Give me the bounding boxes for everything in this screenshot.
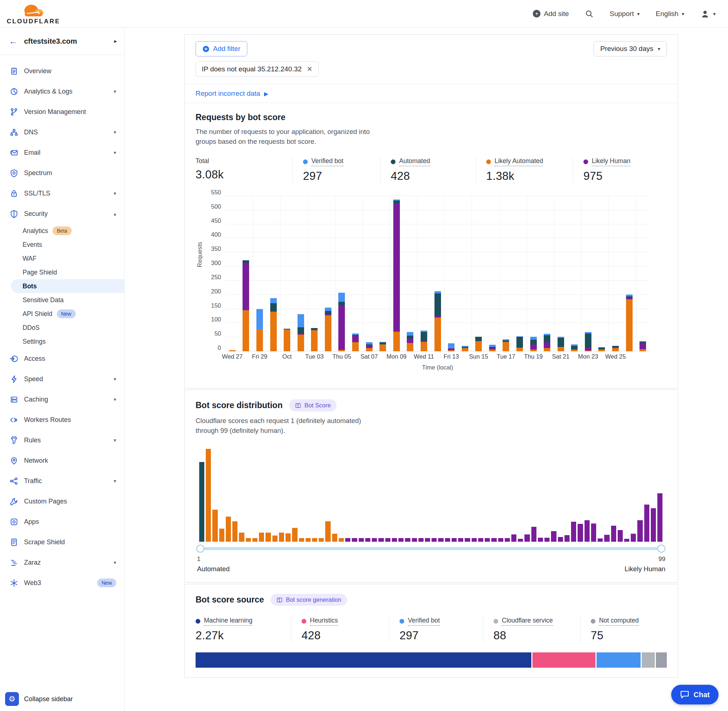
close-icon[interactable]: ✕ — [307, 65, 313, 73]
sidebar-item-email[interactable]: Email▾ — [0, 142, 124, 163]
sidebar-item-label: Email — [24, 149, 108, 156]
slider-handle-max[interactable] — [657, 544, 665, 553]
chart-bar-oct-21 — [558, 337, 564, 351]
bar-segment — [325, 315, 331, 351]
stat-verified-bot: Verified bot 297 — [292, 157, 380, 183]
chevron-right-icon[interactable]: ▸ — [114, 38, 117, 44]
chevron-down-icon: ▾ — [114, 150, 116, 155]
sidebar-item-network[interactable]: Network — [0, 450, 124, 471]
apps-icon — [9, 517, 18, 526]
sidebar-item-caching[interactable]: Caching▾ — [0, 389, 124, 410]
gridline — [226, 252, 650, 252]
histogram-bar — [232, 521, 238, 542]
plus-circle-icon — [202, 46, 210, 52]
sidebar-subitem-sensitive-data[interactable]: Sensitive Data — [0, 293, 124, 307]
chart-bar-oct-14 — [462, 346, 468, 351]
histogram-bar — [385, 538, 390, 542]
collapse-sidebar-button[interactable]: Collapse sidebar — [24, 695, 73, 703]
chart-bar-oct-08 — [380, 342, 386, 351]
workers-routes-icon — [9, 415, 18, 424]
sidebar-item-zaraz[interactable]: Zaraz▾ — [0, 552, 124, 573]
gear-icon[interactable]: ⚙ — [5, 692, 19, 706]
web3-icon — [9, 578, 18, 587]
sidebar-item-scrape-shield[interactable]: Scrape Shield — [0, 532, 124, 552]
slider-track[interactable] — [197, 547, 665, 550]
gridline — [335, 196, 335, 351]
add-site-button[interactable]: + Add site — [533, 10, 569, 18]
bot-score-generation-badge[interactable]: Bot score generation — [270, 594, 347, 606]
histogram-bar — [359, 538, 364, 542]
cloudflare-logo[interactable]: CLOUDFLARE — [8, 3, 59, 25]
legend-dot — [400, 619, 404, 624]
brand-wordmark: CLOUDFLARE — [7, 18, 60, 25]
histogram-bar — [405, 538, 410, 542]
chevron-down-icon: ▾ — [658, 46, 660, 52]
requests-card: Add filter IP does not equal 35.212.240.… — [184, 34, 678, 388]
account-menu[interactable]: ▾ — [700, 9, 716, 19]
sidebar-subitem-label: API Shield — [22, 310, 52, 318]
legend-dot — [591, 619, 595, 624]
sidebar-subitem-api-shield[interactable]: API ShieldNew — [0, 307, 124, 321]
source-segment-heuristics — [532, 652, 596, 668]
support-menu[interactable]: Support ▾ — [610, 10, 640, 18]
legend-dot — [391, 159, 396, 164]
add-filter-button[interactable]: Add filter — [196, 41, 247, 56]
sidebar-item-analytics-logs[interactable]: Analytics & Logs▾ — [0, 81, 124, 102]
sidebar-item-dns[interactable]: DNS▾ — [0, 122, 124, 142]
histogram-bar — [472, 538, 477, 542]
slider-min-value: 1 — [197, 556, 200, 563]
sidebar-subitem-bots[interactable]: Bots — [11, 279, 124, 293]
chart-bar-sep-30 — [270, 298, 277, 351]
histogram-bar — [524, 534, 530, 542]
chart-bar-sep-28 — [242, 260, 249, 351]
chart-bar-oct-07 — [366, 342, 372, 351]
chart-bar-oct-19 — [530, 337, 537, 351]
slider-max-value: 99 — [659, 556, 665, 563]
histogram-bar — [598, 538, 603, 542]
sidebar-item-workers-routes[interactable]: Workers Routes — [0, 410, 124, 430]
sidebar-subitem-page-shield[interactable]: Page Shield — [0, 266, 124, 279]
site-switcher[interactable]: ← cftestsite3.com ▸ — [0, 28, 124, 55]
bot-score-badge[interactable]: Bot Score — [289, 399, 337, 412]
sidebar-subitem-analytics[interactable]: AnalyticsBeta — [0, 224, 124, 238]
bar-segment — [544, 342, 550, 348]
slider-handle-min[interactable] — [196, 544, 204, 553]
main-content: Add filter IP does not equal 35.212.240.… — [124, 28, 728, 711]
bar-segment — [544, 348, 550, 351]
chat-button[interactable]: Chat — [671, 685, 719, 704]
sidebar-item-web3[interactable]: Web3New — [0, 573, 124, 593]
sidebar-item-traffic[interactable]: Traffic▾ — [0, 471, 124, 491]
bar-segment — [407, 336, 413, 339]
stat-verified-bot-source: Verified bot 297 — [389, 617, 483, 642]
sidebar-item-rules[interactable]: Rules▾ — [0, 430, 124, 450]
sidebar-item-access[interactable]: Access — [0, 348, 124, 369]
sidebar-item-version-management[interactable]: Version Management — [0, 102, 124, 122]
histogram-bar — [431, 538, 437, 542]
filter-chip[interactable]: IP does not equal 35.212.240.32 ✕ — [196, 61, 319, 77]
traffic-icon — [9, 476, 18, 485]
sidebar-item-spectrum[interactable]: Spectrum — [0, 163, 124, 183]
sidebar-subitem-events[interactable]: Events — [0, 238, 124, 252]
search-button[interactable] — [585, 9, 594, 18]
sidebar-subitem-ddos[interactable]: DDoS — [0, 321, 124, 335]
sidebar-subitem-waf[interactable]: WAF — [0, 252, 124, 266]
histogram-bar — [452, 538, 457, 542]
bar-segment — [421, 332, 427, 341]
language-menu[interactable]: English ▾ — [656, 10, 684, 18]
report-incorrect-data-link[interactable]: Report incorrect data ▶ — [196, 90, 269, 97]
chevron-down-icon: ▾ — [114, 397, 116, 402]
sidebar-item-overview[interactable]: Overview — [0, 61, 124, 81]
legend-dot — [583, 159, 588, 164]
sidebar-footer: ⚙ Collapse sidebar — [0, 687, 124, 711]
sidebar-item-custom-pages[interactable]: Custom Pages — [0, 491, 124, 512]
sidebar-item-security[interactable]: Security▴ — [0, 204, 124, 224]
user-icon — [700, 9, 710, 19]
chart-bar-oct-18 — [517, 336, 523, 351]
sidebar-item-apps[interactable]: Apps — [0, 512, 124, 532]
sidebar-item-speed[interactable]: Speed▾ — [0, 369, 124, 389]
back-arrow-icon[interactable]: ← — [9, 36, 18, 46]
book-icon — [276, 597, 283, 603]
date-range-dropdown[interactable]: Previous 30 days ▾ — [594, 41, 667, 56]
sidebar-item-ssl-tls[interactable]: SSL/TLS▾ — [0, 183, 124, 204]
sidebar-subitem-settings[interactable]: Settings — [0, 335, 124, 348]
